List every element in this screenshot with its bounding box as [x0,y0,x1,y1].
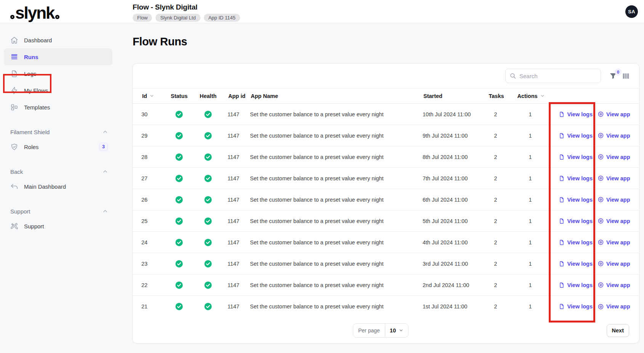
eye-icon [598,175,604,181]
logo-text: slynk [15,4,54,22]
run-started: 10th Jul 2024 11:00 [423,111,479,117]
eye-icon [598,196,604,203]
run-app-name: Set the customer balance to a preset val… [250,175,423,181]
run-tasks-count: 2 [479,175,512,181]
document-icon [559,154,565,160]
view-logs-link[interactable]: View logs [559,197,593,203]
chevron-up-icon [103,129,108,135]
run-actions-count: 1 [512,261,548,267]
run-app-name: Set the customer balance to a preset val… [250,197,423,203]
view-app-link[interactable]: View app [598,175,630,181]
logo-dot-icon [55,15,59,19]
run-id: 29 [141,133,170,139]
sidebar-group-support[interactable]: Support [4,205,112,218]
user-avatar[interactable]: SA [625,5,638,18]
view-logs-link[interactable]: View logs [559,239,593,245]
column-toggle-button[interactable] [622,72,630,80]
sidebar-item-templates[interactable]: Templates [4,99,112,116]
app-logo[interactable]: slynk [10,2,59,22]
health-success-icon [204,196,212,204]
sidebar-item-support[interactable]: Support [4,218,112,234]
run-tasks-count: 2 [479,261,512,267]
group-label: Support [10,208,30,215]
sidebar-item-label: Templates [24,104,50,111]
view-app-link[interactable]: View app [598,260,630,267]
pagination: Per page 10 Next [133,317,639,343]
view-logs-link[interactable]: View logs [559,111,593,117]
column-header-tasks: Tasks [480,93,513,99]
view-app-link[interactable]: View app [598,132,630,139]
status-success-icon [175,132,183,140]
run-id: 30 [141,111,170,117]
group-label: Filament Shield [10,129,50,135]
sidebar-item-logs[interactable]: Logs [4,65,112,82]
sidebar-item-dashboard[interactable]: Dashboard [4,32,112,48]
sidebar-group-filament-shield[interactable]: Filament Shield [4,125,112,138]
view-logs-link[interactable]: View logs [559,282,593,288]
run-actions-count: 1 [512,133,548,139]
view-logs-link[interactable]: View logs [559,303,593,310]
per-page-select[interactable]: 10 [385,327,408,334]
search-icon [509,72,516,79]
run-app-id: 1147 [227,218,250,224]
sidebar-item-main-dashboard[interactable]: Main Dashboard [4,178,112,195]
run-actions-count: 1 [512,218,548,224]
view-logs-link[interactable]: View logs [559,218,593,224]
column-header-app-id: App id [228,93,251,99]
sidebar-item-roles[interactable]: Roles 3 [4,138,112,155]
eye-icon [598,303,604,310]
view-app-link[interactable]: View app [598,111,630,117]
column-header-id[interactable]: Id [142,93,171,99]
search-input[interactable] [505,69,601,83]
status-success-icon [175,174,183,183]
chevron-down-icon [399,328,404,333]
table-row: 24 1147 Set the customer balance to a pr… [133,232,639,253]
run-actions-count: 1 [512,239,548,245]
view-logs-link[interactable]: View logs [559,154,593,160]
view-logs-link[interactable]: View logs [559,133,593,139]
document-icon [559,239,565,245]
run-tasks-count: 2 [479,282,512,288]
health-success-icon [204,132,212,140]
table-row: 28 1147 Set the customer balance to a pr… [133,146,639,168]
view-app-link[interactable]: View app [598,154,630,160]
filter-button[interactable]: 0 [609,72,617,80]
view-app-link[interactable]: View app [598,303,630,310]
badge-flow: Flow [133,14,152,22]
health-success-icon [204,174,212,183]
per-page-control: Per page 10 [353,323,409,338]
document-icon [10,70,18,78]
document-icon [559,303,565,310]
run-id: 28 [141,154,170,160]
run-started: 5th Jul 2024 11:00 [423,218,479,224]
view-app-link[interactable]: View app [598,196,630,203]
next-page-button[interactable]: Next [607,324,629,337]
sidebar-item-runs[interactable]: Runs [4,48,112,65]
view-logs-link[interactable]: View logs [559,175,593,181]
run-actions-count: 1 [512,175,548,181]
health-success-icon [204,110,212,119]
run-started: 9th Jul 2024 11:00 [423,133,479,139]
status-success-icon [175,238,183,247]
run-id: 25 [141,218,170,224]
run-actions-count: 1 [512,197,548,203]
sidebar-group-back[interactable]: Back [4,165,112,178]
view-app-link[interactable]: View app [598,218,630,224]
eye-icon [598,111,604,117]
view-logs-link[interactable]: View logs [559,261,593,267]
run-app-id: 1147 [227,197,250,203]
view-app-link[interactable]: View app [598,282,630,288]
table-row: 22 1147 Set the customer balance to a pr… [133,274,639,296]
run-id: 21 [141,303,170,310]
run-actions-count: 1 [512,303,548,310]
run-started: 6th Jul 2024 11:00 [423,197,479,203]
run-id: 27 [141,175,170,181]
eye-icon [598,282,604,288]
document-icon [559,175,565,181]
templates-icon [10,103,18,111]
eye-icon [598,260,604,267]
view-app-link[interactable]: View app [598,239,630,245]
badge-company: Slynk Digital Ltd [155,14,200,22]
column-header-actions[interactable]: Actions [513,93,549,99]
sidebar-item-my-flows[interactable]: My Flows [4,82,112,99]
